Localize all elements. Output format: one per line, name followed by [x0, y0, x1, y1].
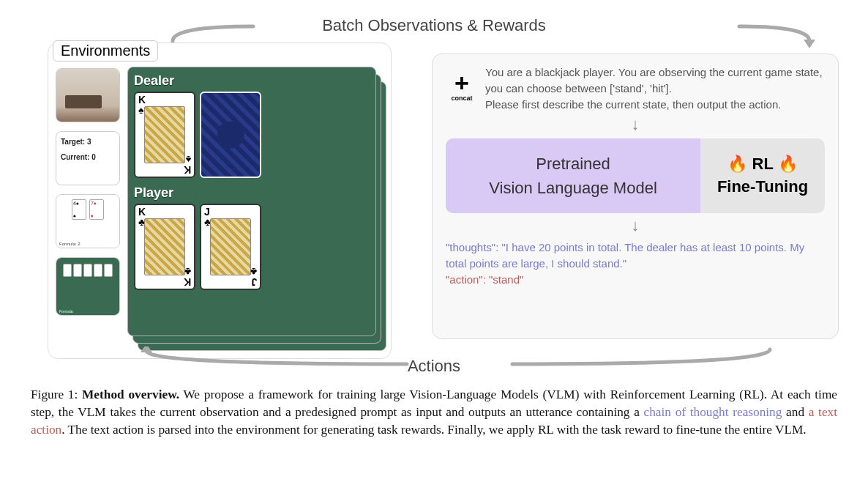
thumb-target-counter: Target: 3 Current: 0 — [56, 131, 120, 185]
blackjack-observation-stack: Dealer K♠ K♠ Player K♣ — [127, 64, 384, 351]
thumb-room-scene — [56, 68, 120, 122]
player-cards: K♣ K♣ J♣ J♣ — [134, 204, 370, 290]
thoughts-output: "thoughts": "I have 20 points in total. … — [446, 241, 804, 270]
plus-icon: + — [454, 75, 469, 92]
down-arrow-icon: ↓ — [446, 115, 825, 134]
environment-thumbnail-column: Target: 3 Current: 0 4♠♠ 7♦♦ Formula: 2 — [56, 68, 120, 316]
player-card-jack-clubs: J♣ J♣ — [200, 204, 261, 290]
concat-label: concat — [451, 94, 472, 102]
bottom-flow-label: Actions — [408, 357, 460, 376]
arrow-model-to-actions — [509, 346, 773, 373]
dealer-label: Dealer — [134, 73, 370, 89]
dealer-card-facedown — [200, 92, 261, 178]
player-label: Player — [134, 185, 370, 201]
figure-caption: Figure 1: Method overview. We propose a … — [29, 386, 839, 439]
model-output-text: "thoughts": "I have 20 points in total. … — [446, 240, 825, 287]
svg-marker-1 — [141, 346, 152, 352]
caption-cot-highlight: chain of thought reasoning — [644, 405, 782, 419]
dealer-card-king-spades: K♠ K♠ — [134, 92, 195, 178]
target-value: Target: 3 — [61, 138, 115, 146]
formula-label: Formula: 2 — [59, 242, 81, 246]
prompt-row: + concat You are a blackjack player. You… — [446, 64, 825, 112]
svg-marker-0 — [804, 40, 815, 48]
down-arrow-icon: ↓ — [446, 216, 825, 235]
current-value: Current: 0 — [61, 153, 115, 161]
top-flow-label: Batch Observations & Rewards — [322, 16, 546, 35]
caption-title: Method overview. — [82, 388, 179, 401]
model-panel: + concat You are a blackjack player. You… — [432, 53, 839, 339]
environments-label: Environments — [53, 40, 158, 62]
rl-finetuning-box: 🔥 RL 🔥 Fine-Tuning — [700, 138, 825, 213]
figure-number: Figure 1: — [31, 388, 78, 401]
thumb-card-game: 4♠♠ 7♦♦ Formula: 2 — [56, 194, 120, 248]
arrow-actions-to-env — [139, 346, 410, 373]
concat-icon: + concat — [446, 75, 478, 102]
model-block-row: Pretrained Vision Language Model 🔥 RL 🔥 … — [446, 138, 825, 213]
action-output: "action": "stand" — [446, 273, 523, 286]
thumb-green-card-game: Formula: — [56, 257, 120, 316]
blackjack-board: Dealer K♠ K♠ Player K♣ — [127, 67, 376, 336]
dealer-cards: K♠ K♠ — [134, 92, 370, 178]
player-card-king-clubs: K♣ K♣ — [134, 204, 195, 290]
prompt-text: You are a blackjack player. You are obse… — [485, 64, 825, 112]
vlm-box: Pretrained Vision Language Model — [446, 138, 700, 213]
green-formula-label: Formula: — [59, 309, 74, 314]
arrow-env-to-obs — [168, 21, 256, 42]
environments-panel: Environments Target: 3 Current: 0 4♠♠ — [48, 42, 392, 359]
arrow-obs-to-model — [736, 21, 824, 50]
method-overview-diagram: Batch Observations & Rewards Environment… — [29, 13, 839, 376]
